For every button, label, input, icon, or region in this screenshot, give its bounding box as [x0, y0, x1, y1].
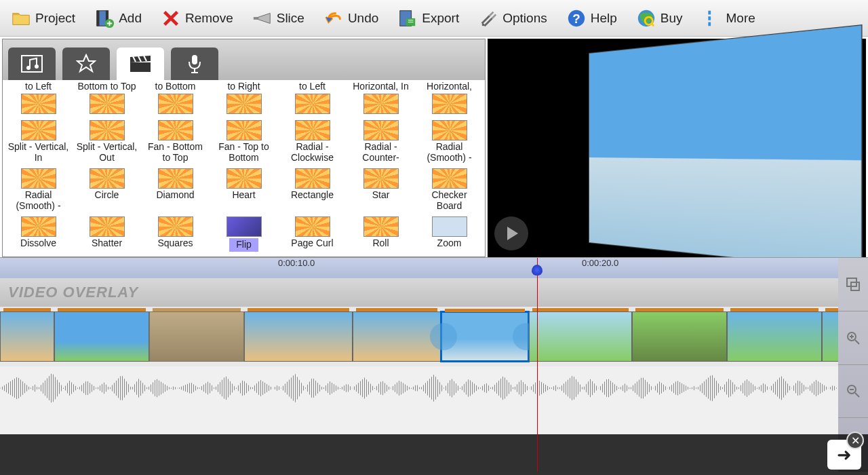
- tab-transitions[interactable]: [117, 48, 164, 80]
- effect-to-left[interactable]: to Left: [278, 81, 347, 119]
- effect-radial[interactable]: Radial(Smooth) -: [415, 119, 484, 167]
- effect-checker[interactable]: CheckerBoard: [415, 167, 484, 215]
- effect-roll[interactable]: Roll: [347, 215, 415, 255]
- clip-selected[interactable]: [441, 311, 529, 362]
- effect-label: Fan - Top to: [218, 142, 269, 153]
- slice-icon: [252, 8, 273, 28]
- effect-thumb: [226, 216, 262, 237]
- effect-split-vertical-[interactable]: Split - Vertical,Out: [73, 119, 141, 167]
- svg-rect-4: [254, 17, 259, 20]
- effect-label: to Bottom: [155, 81, 196, 92]
- clip[interactable]: [353, 311, 441, 362]
- effect-thumb: [158, 216, 193, 237]
- buy-button[interactable]: Buy: [631, 4, 688, 33]
- clip[interactable]: [54, 311, 149, 362]
- effect-thumb: [21, 168, 56, 189]
- project-button[interactable]: Project: [5, 4, 81, 33]
- audio-track[interactable]: [0, 366, 868, 410]
- folder-icon: [11, 8, 31, 28]
- undo-icon: [323, 8, 344, 28]
- effect-flip[interactable]: Flip: [210, 215, 278, 255]
- effect-fan-top-to[interactable]: Fan - Top toBottom: [210, 119, 278, 167]
- time-ruler[interactable]: 0:00:10.0 0:00:20.0: [0, 258, 868, 278]
- effect-radial-[interactable]: Radial -Clockwise: [278, 119, 347, 167]
- ruler-tick: 0:00:20.0: [582, 258, 618, 268]
- svg-point-7: [482, 23, 485, 26]
- toolbar-label: Export: [422, 11, 459, 26]
- export-button[interactable]: Export: [392, 4, 465, 33]
- clip[interactable]: [0, 311, 54, 362]
- effect-thumb: [21, 216, 56, 237]
- play-button[interactable]: [494, 216, 528, 250]
- content-row: to LeftBottom to Topto Bottomto Rightto …: [0, 37, 868, 257]
- effect-zoom[interactable]: Zoom: [415, 215, 484, 255]
- effect-diamond[interactable]: Diamond: [141, 167, 210, 215]
- bottom-bar: ✕: [0, 434, 868, 475]
- effect-shatter[interactable]: Shatter: [73, 215, 141, 255]
- effect-thumb: [90, 94, 125, 114]
- effect-thumb: [295, 168, 330, 189]
- tab-microphone[interactable]: [171, 48, 218, 80]
- svg-text:?: ?: [572, 11, 580, 25]
- undo-button[interactable]: Undo: [318, 4, 384, 33]
- clip[interactable]: [632, 311, 727, 362]
- slice-button[interactable]: Slice: [247, 4, 310, 33]
- effect-thumb: [363, 94, 399, 114]
- effect-circle[interactable]: Circle: [73, 167, 141, 215]
- effect-to-right[interactable]: to Right: [210, 81, 278, 119]
- remove-icon: [161, 8, 181, 28]
- tab-music-video[interactable]: [8, 48, 56, 80]
- effect-thumb: [90, 120, 125, 140]
- effect-label: Bottom to Top: [77, 81, 136, 92]
- effect-label: Star: [372, 190, 390, 201]
- effect-squares[interactable]: Squares: [141, 215, 210, 255]
- effect-label: Zoom: [437, 238, 462, 249]
- add-button[interactable]: Add: [89, 4, 147, 33]
- effect-radial-[interactable]: Radial -Counter-: [347, 119, 415, 167]
- effect-fan-bottom[interactable]: Fan - Bottomto Top: [141, 119, 210, 167]
- clip[interactable]: [727, 311, 822, 362]
- effect-radial[interactable]: Radial(Smooth) -: [4, 167, 73, 215]
- effect-dissolve[interactable]: Dissolve: [4, 215, 73, 255]
- effect-label: Radial: [25, 190, 52, 201]
- zoom-out-button[interactable]: [838, 365, 868, 419]
- effect-rectangle[interactable]: Rectangle: [278, 167, 347, 215]
- effect-thumb: [158, 168, 193, 189]
- buy-icon: [636, 8, 656, 28]
- clip[interactable]: [529, 311, 632, 362]
- effect-star[interactable]: Star: [347, 167, 415, 215]
- overlay-tool-button[interactable]: [838, 258, 868, 311]
- remove-button[interactable]: Remove: [155, 4, 239, 33]
- effect-heart[interactable]: Heart: [210, 167, 278, 215]
- playhead[interactable]: [537, 258, 538, 472]
- close-button[interactable]: ✕: [846, 432, 864, 449]
- effect-thumb: [295, 216, 330, 237]
- help-button[interactable]: ?Help: [561, 4, 623, 33]
- svg-rect-1: [97, 10, 100, 26]
- effect-thumb: [363, 216, 399, 237]
- effect-horizontal-in[interactable]: Horizontal, In: [347, 81, 415, 119]
- next-button[interactable]: ✕: [827, 440, 861, 470]
- effect-split-vertical-[interactable]: Split - Vertical,In: [4, 119, 73, 167]
- effect-label: Squares: [157, 238, 193, 249]
- effect-label: Page Curl: [291, 238, 333, 249]
- zoom-in-button[interactable]: [838, 311, 868, 365]
- effect-to-bottom[interactable]: to Bottom: [141, 81, 210, 119]
- clip[interactable]: [149, 311, 244, 362]
- clip-handle-left[interactable]: [430, 323, 457, 350]
- more-button[interactable]: More: [696, 4, 761, 33]
- clip[interactable]: [244, 311, 353, 362]
- effect-label: Dissolve: [20, 238, 56, 249]
- effect-bottom-to-top[interactable]: Bottom to Top: [73, 81, 141, 119]
- effect-horizontal-[interactable]: Horizontal,: [415, 81, 484, 119]
- effect-to-left[interactable]: to Left: [4, 81, 73, 119]
- svg-rect-14: [708, 22, 711, 26]
- panel-tabs: [3, 39, 485, 80]
- effect-page-curl[interactable]: Page Curl: [278, 215, 347, 255]
- tab-favorites[interactable]: [62, 48, 110, 80]
- options-button[interactable]: Options: [473, 4, 552, 33]
- effect-label: Shatter: [92, 238, 122, 249]
- effect-label: Bottom: [229, 153, 258, 163]
- video-track[interactable]: [0, 307, 868, 366]
- overlay-icon: [846, 277, 861, 292]
